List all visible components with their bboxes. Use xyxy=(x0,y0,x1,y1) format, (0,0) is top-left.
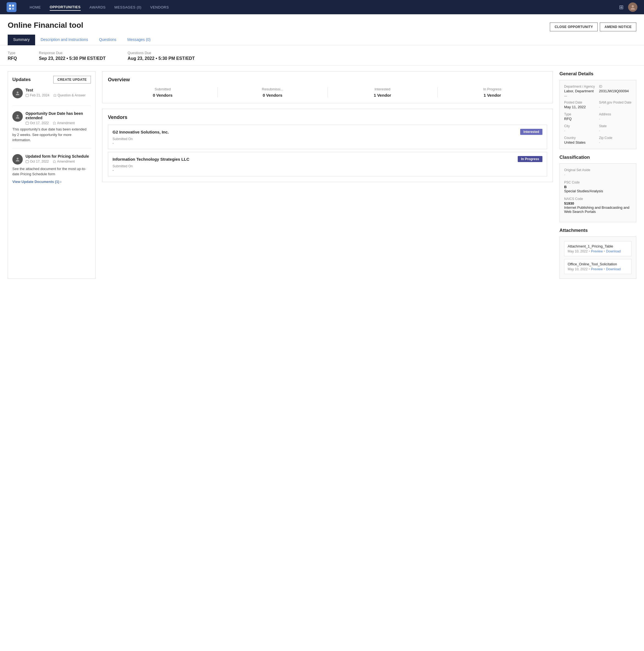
svg-rect-1 xyxy=(12,5,14,7)
response-label: Response Due xyxy=(39,51,106,55)
tab-messages[interactable]: Messages (0) xyxy=(122,35,156,45)
update-type-1: Question & Answer xyxy=(53,93,86,97)
right-panel: General Details Department / Agency Labo… xyxy=(559,71,636,279)
attachment-download-1[interactable]: Download xyxy=(606,249,621,253)
overview-card: Overview Submitted 0 Vendors Resubmissi.… xyxy=(102,71,553,103)
questions-value: Aug 23, 2022 • 5:30 PM EST/EDT xyxy=(128,56,195,61)
update-date-1: Feb 21, 2024 xyxy=(26,93,50,97)
vendor-badge-2: In Progress xyxy=(518,156,542,162)
updates-header: Updates CREATE UPDATE xyxy=(12,76,91,84)
type-meta: Type RFQ xyxy=(8,51,17,61)
attachment-meta-2: May 10, 2022 • Preview • Download xyxy=(568,267,628,271)
vendor-sub-label-1: Submitted On xyxy=(112,137,542,141)
type-label: Type xyxy=(8,51,17,55)
detail-type-label: Type RFQ xyxy=(564,112,597,121)
nav-vendors[interactable]: VENDORS xyxy=(150,4,169,10)
tab-description[interactable]: Description and Instructions xyxy=(35,35,94,45)
detail-state-label: State - xyxy=(599,124,632,133)
detail-city-label: City - xyxy=(564,124,597,133)
nav-messages[interactable]: MESSAGES (0) xyxy=(115,4,141,10)
overview-title: Overview xyxy=(108,77,547,83)
general-details-card: Department / Agency Labor, Department ..… xyxy=(559,80,636,149)
close-opportunity-button[interactable]: CLOSE OPPORTUNITY xyxy=(550,23,598,31)
class-naics-code: NAICS Code 51930 Internet Publishing and… xyxy=(564,197,632,214)
class-psc-code: PSC Code B Special Studies/Analysis xyxy=(564,181,632,193)
svg-rect-2 xyxy=(9,8,11,10)
vendor-badge-1: Interested xyxy=(520,129,542,135)
update-item-1: Test Feb 21, 2024 Question & Answer xyxy=(12,88,91,106)
update-name-1: Test xyxy=(26,88,91,92)
svg-rect-3 xyxy=(12,8,14,10)
create-update-button[interactable]: CREATE UPDATE xyxy=(53,76,91,84)
updates-panel: Updates CREATE UPDATE Test Feb 21, 2024 xyxy=(8,71,96,279)
avatar[interactable] xyxy=(628,2,637,12)
vendor-item-1: G2 Innovative Solutions, Inc. Interested… xyxy=(108,125,547,149)
grid-icon[interactable]: ⊞ xyxy=(619,4,624,10)
update-avatar-2 xyxy=(12,111,23,122)
update-item-2: Opportunity Due Date has been extended O… xyxy=(12,111,91,149)
update-item-3: Updated form for Pricing Schedule Oct 17… xyxy=(12,154,91,189)
questions-label: Questions Due xyxy=(128,51,195,55)
logo[interactable] xyxy=(7,2,17,12)
main-body: Updates CREATE UPDATE Test Feb 21, 2024 xyxy=(0,66,644,284)
response-value: Sep 23, 2022 • 5:30 PM EST/EDT xyxy=(39,56,106,61)
amend-notice-button[interactable]: AMEND NOTICE xyxy=(600,23,636,31)
attachment-name-1: Attachment_1_Pricing_Table xyxy=(568,244,628,248)
attachment-preview-2[interactable]: Preview xyxy=(591,267,603,271)
nav-opportunities[interactable]: OPPORTUNITIES xyxy=(50,4,81,11)
svg-rect-10 xyxy=(26,122,29,124)
svg-point-9 xyxy=(17,115,19,117)
classification-card: Original Set Aside - PSC Code B Special … xyxy=(559,163,636,222)
page-title: Online Financial tool xyxy=(8,21,83,30)
response-meta: Response Due Sep 23, 2022 • 5:30 PM EST/… xyxy=(39,51,106,61)
stat-resubmission: Resubmissi... 0 Vendors xyxy=(217,87,327,97)
update-avatar-3 xyxy=(12,154,23,164)
tab-summary[interactable]: Summary xyxy=(8,35,35,45)
svg-point-13 xyxy=(17,158,19,160)
meta-row: Type RFQ Response Due Sep 23, 2022 • 5:3… xyxy=(0,45,644,66)
overview-stats: Submitted 0 Vendors Resubmissi... 0 Vend… xyxy=(108,87,547,97)
nav-home[interactable]: HOME xyxy=(30,4,41,10)
page-content: Online Financial tool CLOSE OPPORTUNITY … xyxy=(0,14,644,651)
update-body-2: This opportunity's due date has been ext… xyxy=(12,127,91,143)
navbar: HOME OPPORTUNITIES AWARDS MESSAGES (0) V… xyxy=(0,0,644,14)
view-docs-link[interactable]: View Update Documents (1) › xyxy=(12,180,62,184)
update-body-3: See the attached document for the most u… xyxy=(12,166,91,177)
svg-point-5 xyxy=(17,91,19,93)
updates-title: Updates xyxy=(12,77,31,83)
update-name-3: Updated form for Pricing Schedule xyxy=(26,154,91,158)
tabs: Summary Description and Instructions Que… xyxy=(0,31,644,45)
attachment-name-2: Office_Online_Tool_Solicitation xyxy=(568,262,628,266)
vendor-name-1: G2 Innovative Solutions, Inc. xyxy=(112,130,169,134)
nav-awards[interactable]: AWARDS xyxy=(90,4,106,10)
attachment-item-1: Attachment_1_Pricing_Table May 10, 2022 … xyxy=(564,241,632,256)
svg-point-4 xyxy=(632,5,634,7)
tab-questions[interactable]: Questions xyxy=(94,35,122,45)
svg-rect-14 xyxy=(26,160,29,163)
stat-interested: Interested 1 Vendor xyxy=(327,87,437,97)
center-panel: Overview Submitted 0 Vendors Resubmissi.… xyxy=(102,71,553,279)
vendor-submitted-1: - xyxy=(112,141,542,145)
detail-dept-label: Department / Agency Labor, Department ..… xyxy=(564,85,597,97)
detail-sam-posted-label: SAM.gov Posted Date - xyxy=(599,100,632,109)
stat-submitted: Submitted 0 Vendors xyxy=(108,87,217,97)
update-type-3: Amendment xyxy=(53,160,75,163)
attachment-meta-1: May 10, 2022 • Preview • Download xyxy=(568,249,628,253)
update-date-3: Oct 17, 2022 xyxy=(26,160,49,163)
header-buttons: CLOSE OPPORTUNITY AMEND NOTICE xyxy=(550,23,636,31)
update-date-2: Oct 17, 2022 xyxy=(26,121,49,125)
class-set-aside: Original Set Aside - xyxy=(564,168,632,177)
attachments-title: Attachments xyxy=(559,228,636,233)
classification-title: Classification xyxy=(559,155,636,160)
svg-rect-6 xyxy=(26,94,29,97)
vendor-sub-label-2: Submitted On xyxy=(112,164,542,168)
type-value: RFQ xyxy=(8,56,17,61)
questions-meta: Questions Due Aug 23, 2022 • 5:30 PM EST… xyxy=(128,51,195,61)
general-details-title: General Details xyxy=(559,71,636,76)
vendor-item-2: Information Technology Strategies LLC In… xyxy=(108,152,547,176)
attachment-preview-1[interactable]: Preview xyxy=(591,249,603,253)
detail-address-label: Address - xyxy=(599,112,632,121)
vendor-name-2: Information Technology Strategies LLC xyxy=(112,157,189,161)
attachment-download-2[interactable]: Download xyxy=(606,267,621,271)
vendors-card: Vendors G2 Innovative Solutions, Inc. In… xyxy=(102,109,553,182)
